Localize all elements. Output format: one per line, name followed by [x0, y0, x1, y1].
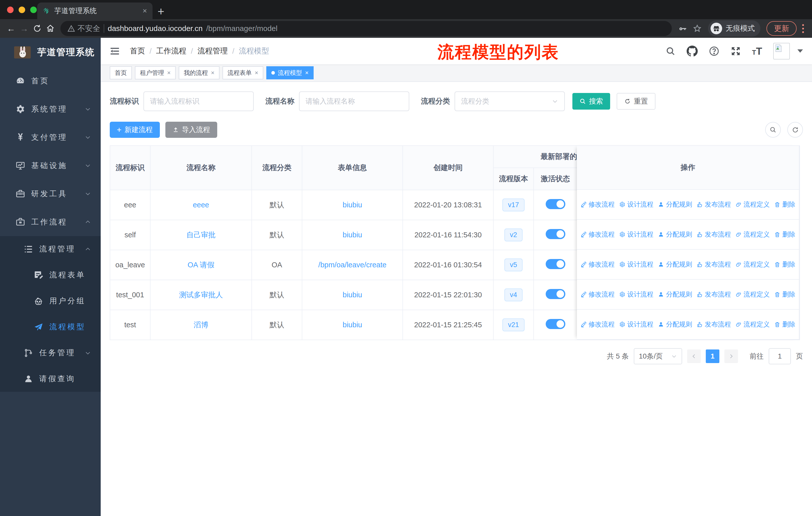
form-info-link[interactable]: biubiu: [343, 231, 362, 239]
breadcrumb-item[interactable]: 工作流程: [156, 46, 186, 56]
page-size-select[interactable]: 10条/页: [634, 348, 682, 364]
github-icon[interactable]: [687, 46, 698, 57]
active-toggle[interactable]: [546, 319, 565, 329]
sidebar-item-7[interactable]: 流程表单: [0, 262, 101, 288]
breadcrumb-item[interactable]: 首页: [130, 46, 145, 56]
tag-close-icon[interactable]: ×: [305, 69, 309, 76]
pencil-link[interactable]: 修改流程: [580, 200, 615, 209]
tag-1[interactable]: 租户管理×: [135, 66, 176, 79]
sidebar-item-6[interactable]: 流程管理: [0, 236, 101, 262]
tag-0[interactable]: 首页: [110, 66, 132, 79]
active-toggle[interactable]: [546, 199, 565, 209]
design-gear-link[interactable]: 设计流程: [619, 260, 654, 269]
tag-close-icon[interactable]: ×: [211, 69, 214, 76]
design-gear-link[interactable]: 设计流程: [619, 230, 654, 239]
design-gear-link[interactable]: 设计流程: [619, 290, 654, 299]
goto-page-input[interactable]: [769, 348, 791, 364]
definition-link-link[interactable]: 流程定义: [735, 200, 770, 209]
trash-link[interactable]: 删除: [774, 320, 795, 329]
breadcrumb-item[interactable]: 流程管理: [198, 46, 228, 56]
tag-2[interactable]: 我的流程×: [179, 66, 220, 79]
tag-close-icon[interactable]: ×: [255, 69, 258, 76]
sidebar-item-10[interactable]: 任务管理: [0, 340, 101, 366]
definition-link-link[interactable]: 流程定义: [735, 260, 770, 269]
show-search-icon[interactable]: [765, 122, 781, 138]
caret-down-icon[interactable]: [798, 49, 803, 53]
publish-hand-link[interactable]: 发布流程: [697, 200, 731, 209]
definition-link-link[interactable]: 流程定义: [735, 230, 770, 239]
active-toggle[interactable]: [546, 229, 565, 239]
avatar[interactable]: [773, 43, 790, 59]
trash-link[interactable]: 删除: [774, 290, 795, 299]
model-name-link[interactable]: 滔博: [194, 321, 208, 329]
sidebar-item-1[interactable]: 系统管理: [0, 95, 101, 123]
font-size-icon[interactable]: TT: [752, 47, 762, 55]
design-gear-link[interactable]: 设计流程: [619, 200, 654, 209]
tab-close-icon[interactable]: ×: [142, 6, 147, 15]
prev-page-button[interactable]: [687, 350, 701, 363]
pencil-link[interactable]: 修改流程: [580, 230, 615, 239]
assign-user-link[interactable]: 分配规则: [658, 320, 692, 329]
password-key-icon[interactable]: [678, 24, 687, 33]
tag-close-icon[interactable]: ×: [167, 69, 171, 76]
next-page-button[interactable]: [724, 350, 738, 363]
home-icon[interactable]: [44, 24, 57, 33]
browser-tab[interactable]: 芋道管理系统 ×: [37, 2, 152, 19]
new-tab-button[interactable]: +: [157, 5, 164, 17]
sidebar-item-11[interactable]: 请假查询: [0, 366, 101, 392]
trash-link[interactable]: 删除: [774, 200, 795, 209]
sidebar-item-3[interactable]: 基础设施: [0, 152, 101, 180]
update-button[interactable]: 更新: [766, 21, 796, 36]
model-key-input[interactable]: [143, 91, 254, 111]
sidebar-item-4[interactable]: 研发工具: [0, 180, 101, 208]
trash-link[interactable]: 删除: [774, 230, 795, 239]
pencil-link[interactable]: 修改流程: [580, 290, 615, 299]
refresh-table-icon[interactable]: [787, 122, 803, 138]
publish-hand-link[interactable]: 发布流程: [697, 320, 731, 329]
assign-user-link[interactable]: 分配规则: [658, 230, 692, 239]
search-button[interactable]: 搜索: [572, 93, 610, 110]
browser-menu-icon[interactable]: [802, 24, 804, 33]
form-info-link[interactable]: biubiu: [343, 291, 362, 299]
sidebar-item-5[interactable]: 工作流程: [0, 208, 101, 236]
form-info-link[interactable]: biubiu: [343, 201, 362, 209]
fullscreen-icon[interactable]: [730, 46, 741, 56]
pencil-link[interactable]: 修改流程: [580, 320, 615, 329]
reload-icon[interactable]: [31, 24, 44, 33]
form-info-link[interactable]: /bpm/oa/leave/create: [318, 261, 387, 269]
close-window-button[interactable]: [7, 6, 13, 13]
security-warning[interactable]: 不安全: [67, 23, 100, 34]
create-model-button[interactable]: + 新建流程: [110, 122, 160, 138]
forward-icon[interactable]: →: [18, 24, 31, 33]
publish-hand-link[interactable]: 发布流程: [697, 230, 731, 239]
hamburger-icon[interactable]: [110, 46, 120, 56]
reset-button[interactable]: 重置: [617, 93, 656, 110]
publish-hand-link[interactable]: 发布流程: [697, 290, 731, 299]
definition-link-link[interactable]: 流程定义: [735, 320, 770, 329]
minimize-window-button[interactable]: [19, 6, 25, 13]
category-select[interactable]: 流程分类: [455, 91, 565, 111]
sidebar-item-9[interactable]: 流程模型: [0, 314, 101, 340]
help-icon[interactable]: [709, 46, 719, 56]
tag-4[interactable]: 流程模型×: [266, 66, 314, 79]
model-name-link[interactable]: 测试多审批人: [179, 291, 223, 299]
address-bar[interactable]: 不安全 dashboard.yudao.iocoder.cn/bpm/manag…: [60, 21, 672, 36]
sidebar-item-2[interactable]: 支付管理: [0, 123, 101, 152]
model-name-link[interactable]: eeee: [193, 201, 209, 209]
pencil-link[interactable]: 修改流程: [580, 260, 615, 269]
publish-hand-link[interactable]: 发布流程: [697, 260, 731, 269]
back-icon[interactable]: ←: [4, 24, 18, 33]
form-info-link[interactable]: biubiu: [343, 321, 362, 329]
active-toggle[interactable]: [546, 259, 565, 269]
assign-user-link[interactable]: 分配规则: [658, 290, 692, 299]
sidebar-item-0[interactable]: 首页: [0, 67, 101, 95]
design-gear-link[interactable]: 设计流程: [619, 320, 654, 329]
trash-link[interactable]: 删除: [774, 260, 795, 269]
assign-user-link[interactable]: 分配规则: [658, 260, 692, 269]
zoom-window-button[interactable]: [30, 6, 37, 13]
bookmark-star-icon[interactable]: [693, 24, 701, 33]
tag-3[interactable]: 流程表单×: [223, 66, 263, 79]
active-toggle[interactable]: [546, 289, 565, 299]
import-model-button[interactable]: 导入流程: [165, 122, 217, 138]
search-icon[interactable]: [666, 46, 675, 56]
